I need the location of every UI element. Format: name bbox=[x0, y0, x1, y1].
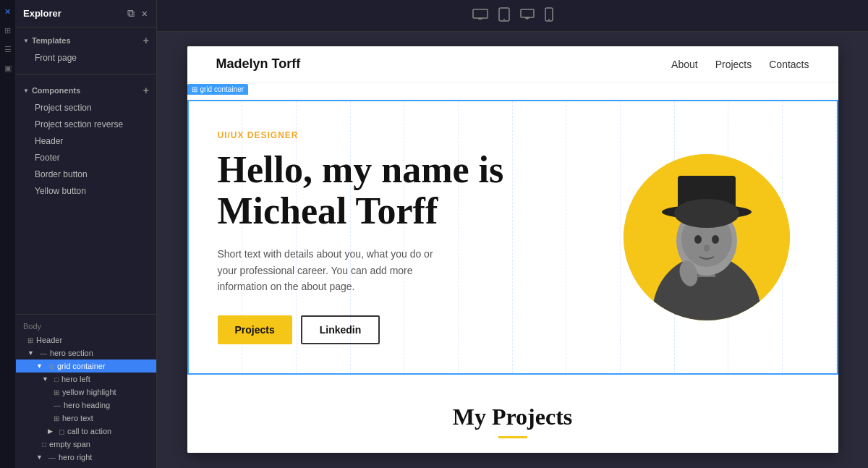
body-label: Body bbox=[16, 319, 156, 333]
layer-empty-span-label: empty span bbox=[49, 440, 90, 448]
sidebar-item-front-page[interactable]: Front page bbox=[19, 50, 153, 66]
hero-section-wrapper: ⊞ grid container bbox=[187, 100, 838, 375]
main-canvas: Madelyn Torff About Projects Contacts ⊞ … bbox=[157, 0, 868, 468]
grid-container-label: ⊞ grid container bbox=[187, 84, 249, 95]
sidebar-topbar-icons: ⧉ × bbox=[126, 6, 149, 21]
templates-add-icon[interactable]: + bbox=[143, 35, 149, 46]
projects-title: My Projects bbox=[216, 404, 809, 430]
sidebar-title: Explorer bbox=[23, 8, 61, 19]
device-tablet[interactable] bbox=[498, 7, 510, 25]
svg-rect-5 bbox=[521, 9, 534, 17]
layer-tree: Body ⊞ Header ▼ — hero section ▼ bbox=[16, 314, 156, 468]
layer-grid-container[interactable]: ▼ ⊞ grid container bbox=[16, 359, 156, 373]
hero-inner: UI/UX DESIGNER Hello, my name is Micheal… bbox=[189, 101, 837, 373]
svg-point-4 bbox=[503, 19, 505, 20]
sidebar-item-project-section[interactable]: Project section bbox=[19, 100, 153, 116]
close-icon[interactable]: × bbox=[140, 7, 149, 21]
templates-label: Templates bbox=[32, 36, 71, 45]
components-add-icon[interactable]: + bbox=[143, 85, 149, 96]
avatar-svg bbox=[624, 154, 790, 320]
layer-cta-icon: ◻ bbox=[59, 427, 64, 435]
layer-hero-left-label: hero left bbox=[61, 375, 90, 383]
layer-hero-right[interactable]: ▼ — hero right bbox=[16, 451, 156, 464]
svg-point-17 bbox=[674, 199, 739, 228]
nav-links: About Projects Contacts bbox=[671, 59, 809, 70]
sidebar-item-project-section-reverse[interactable]: Project section reverse bbox=[19, 116, 153, 132]
sidebar-item-yellow-button[interactable]: Yellow button bbox=[19, 183, 153, 199]
app-icon-x[interactable]: ✕ bbox=[2, 6, 14, 17]
app-layout: ✕ ⊞ ☰ ▣ Explorer ⧉ × ▼ Templates + Front bbox=[0, 0, 868, 468]
btn-linkedin[interactable]: Linkedin bbox=[301, 315, 380, 344]
hero-buttons: Projects Linkedin bbox=[218, 315, 605, 344]
hero-right-chevron: ▼ bbox=[36, 454, 43, 461]
layer-hero-text-label: hero text bbox=[62, 414, 93, 422]
layer-call-to-action[interactable]: ▶ ◻ call to action bbox=[16, 425, 156, 438]
projects-underline bbox=[498, 436, 527, 438]
layer-hero-heading[interactable]: — hero heading bbox=[16, 399, 156, 412]
components-header[interactable]: ▼ Components + bbox=[16, 82, 156, 99]
layer-hero-right-label: hero right bbox=[59, 453, 92, 461]
top-toolbar bbox=[157, 0, 868, 32]
grid-container-chevron: ▼ bbox=[36, 362, 43, 370]
app-icon-layers[interactable]: ☰ bbox=[2, 43, 14, 55]
svg-point-18 bbox=[694, 235, 702, 244]
nav-logo: Madelyn Torff bbox=[216, 56, 301, 72]
sidebar-spacer bbox=[16, 204, 156, 314]
app-sidebar: ✕ ⊞ ☰ ▣ bbox=[0, 0, 16, 468]
hero-right bbox=[605, 154, 808, 320]
device-desktop[interactable] bbox=[520, 9, 535, 23]
hero-avatar-circle bbox=[624, 154, 790, 320]
nav-link-about[interactable]: About bbox=[671, 59, 698, 70]
hero-left-chevron: ▼ bbox=[42, 375, 48, 383]
app-icon-image[interactable]: ▣ bbox=[2, 62, 14, 74]
nav-link-contacts[interactable]: Contacts bbox=[769, 59, 809, 70]
layer-hero-left-icon: □ bbox=[54, 375, 59, 383]
layer-yellow-highlight[interactable]: ⊞ yellow highlight bbox=[16, 386, 156, 399]
svg-point-19 bbox=[712, 235, 719, 244]
layer-cta-label: call to action bbox=[67, 427, 111, 435]
layer-grid-icon: ⊞ bbox=[48, 362, 54, 370]
layer-hero-icon: — bbox=[40, 349, 47, 357]
hero-badge: UI/UX DESIGNER bbox=[218, 130, 605, 140]
sidebar-item-border-button[interactable]: Border button bbox=[19, 166, 153, 182]
layer-header-label: Header bbox=[36, 336, 62, 344]
projects-section: My Projects bbox=[187, 375, 838, 453]
device-mobile[interactable] bbox=[545, 7, 553, 25]
components-section: ▼ Components + Project section Project s… bbox=[16, 77, 156, 204]
layer-hero-heading-icon: — bbox=[54, 401, 61, 409]
app-icon-add[interactable]: ⊞ bbox=[2, 25, 14, 36]
canvas-area[interactable]: Madelyn Torff About Projects Contacts ⊞ … bbox=[157, 32, 868, 468]
divider-1 bbox=[16, 74, 156, 75]
hero-section: UI/UX DESIGNER Hello, my name is Micheal… bbox=[187, 100, 838, 375]
layer-empty-icon: □ bbox=[42, 441, 46, 448]
sidebar-item-header[interactable]: Header bbox=[19, 133, 153, 149]
layer-header[interactable]: ⊞ Header bbox=[16, 333, 156, 346]
svg-point-20 bbox=[704, 244, 710, 252]
templates-header[interactable]: ▼ Templates + bbox=[16, 32, 156, 49]
device-desktop-large[interactable] bbox=[472, 9, 488, 23]
components-chevron: ▼ bbox=[23, 88, 29, 94]
preview-nav: Madelyn Torff About Projects Contacts bbox=[187, 46, 838, 82]
layer-empty-span[interactable]: □ empty span bbox=[16, 438, 156, 451]
layer-hero-text[interactable]: ⊞ hero text bbox=[16, 412, 156, 425]
layer-yellow-icon: ⊞ bbox=[54, 388, 59, 396]
hero-left: UI/UX DESIGNER Hello, my name is Micheal… bbox=[218, 130, 605, 344]
templates-chevron: ▼ bbox=[23, 38, 29, 44]
layer-hero-section-label: hero section bbox=[50, 349, 93, 357]
nav-link-projects[interactable]: Projects bbox=[715, 59, 752, 70]
hero-heading: Hello, my name is Micheal Torff bbox=[218, 149, 605, 231]
svg-point-9 bbox=[548, 19, 550, 20]
btn-projects[interactable]: Projects bbox=[218, 315, 292, 344]
detach-icon[interactable]: ⧉ bbox=[126, 6, 136, 21]
layer-hero-right-icon: — bbox=[48, 454, 56, 461]
hero-text: Short text with details about you, what … bbox=[218, 246, 449, 294]
layer-yellow-highlight-label: yellow highlight bbox=[62, 388, 116, 396]
sidebar-item-footer[interactable]: Footer bbox=[19, 150, 153, 166]
hero-section-chevron: ▼ bbox=[27, 349, 34, 357]
grid-icon: ⊞ bbox=[192, 85, 197, 93]
layer-hero-section[interactable]: ▼ — hero section bbox=[16, 346, 156, 359]
cta-chevron: ▶ bbox=[48, 427, 53, 435]
layer-hero-left[interactable]: ▼ □ hero left bbox=[16, 373, 156, 386]
layer-header-toggle: ⊞ bbox=[27, 336, 33, 344]
device-icons bbox=[472, 7, 553, 25]
